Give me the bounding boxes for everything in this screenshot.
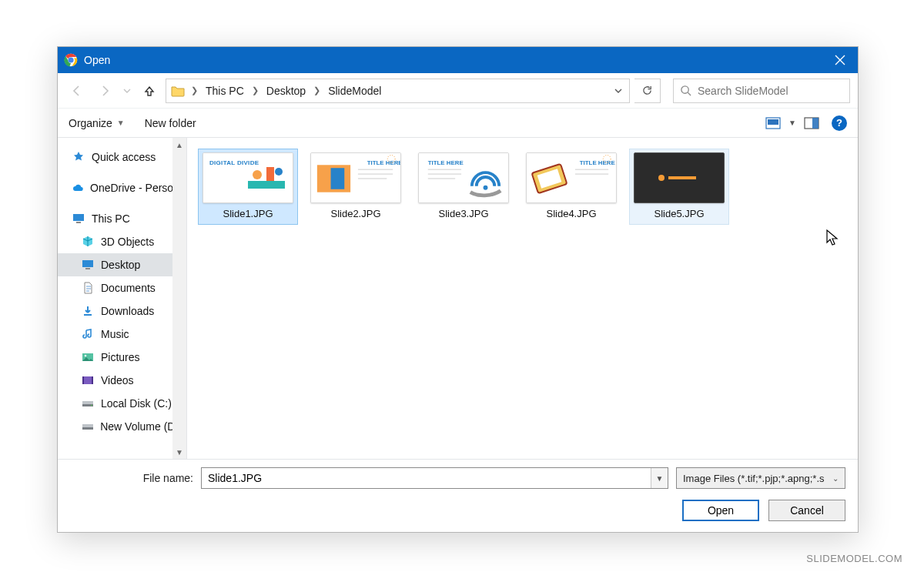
chevron-right-icon: ❯ [312,85,322,95]
sidebar-item-label: New Volume (D:) [100,420,182,433]
chevron-down-icon[interactable]: ▼ [788,119,796,127]
sidebar-item-videos[interactable]: Videos [58,369,186,392]
svg-point-13 [85,355,87,357]
preview-pane-button[interactable] [802,115,821,132]
file-type-filter[interactable]: Image Files (*.tif;*.pjp;*.apng;*.s ⌄ [676,467,845,489]
search-input[interactable] [696,84,843,98]
svg-text:TITLE HERE: TITLE HERE [428,159,464,166]
recent-dropdown[interactable] [121,79,133,102]
file-tile[interactable]: DIGITAL DIVIDE Slide1.JPG [198,149,298,225]
view-mode-button[interactable] [764,115,782,132]
svg-rect-15 [82,376,84,384]
thumbnail: TITLE HERE [526,152,617,203]
filename-combo[interactable]: ▼ [201,467,668,489]
svg-rect-48 [668,176,696,179]
video-icon [81,373,95,387]
svg-rect-24 [266,167,274,181]
scroll-down-icon[interactable]: ▼ [172,445,186,459]
nav-tree: Quick access OneDrive - Personal This PC… [58,138,187,459]
file-tile[interactable]: TITLE HERE Slide4.JPG [521,149,621,225]
file-tile[interactable]: Slide5.JPG [629,149,729,225]
file-name: Slide5.JPG [654,208,704,219]
window-title: Open [84,54,110,66]
close-icon [835,55,845,65]
cancel-button[interactable]: Cancel [768,500,845,521]
sidebar-item-label: This PC [92,212,130,225]
filename-input[interactable] [202,468,651,488]
help-icon: ? [836,117,842,129]
sidebar-item-desktop[interactable]: Desktop [58,253,186,276]
svg-rect-10 [82,260,93,267]
sidebar-item-label: Music [101,328,129,340]
breadcrumb-desktop[interactable]: Desktop [262,83,310,99]
breadcrumb-slidemodel[interactable]: SlideModel [323,83,386,99]
svg-rect-11 [85,268,90,269]
dialog-footer: File name: ▼ Image Files (*.tif;*.pjp;*.… [58,459,858,532]
breadcrumb-dropdown[interactable] [611,79,626,102]
music-icon [81,327,95,341]
sidebar-item-downloads[interactable]: Downloads [58,299,186,323]
forward-button[interactable] [93,79,116,102]
star-icon [72,150,85,164]
search-box[interactable] [673,79,850,103]
cube-icon [81,235,95,249]
sidebar-item-label: Videos [101,374,134,386]
thumbnail: TITLE HERE [310,152,401,203]
file-name: Slide2.JPG [330,208,380,219]
file-name: Slide3.JPG [438,208,488,219]
refresh-button[interactable] [634,79,661,103]
svg-point-3 [681,86,688,93]
titlebar: Open [58,47,858,73]
svg-text:TITLE HERE: TITLE HERE [367,159,400,166]
file-list[interactable]: DIGITAL DIVIDE Slide1.JPG [187,138,858,459]
chevron-right-icon: ❯ [189,85,199,95]
svg-rect-16 [92,376,93,384]
sidebar-item-new-volume[interactable]: New Volume (D:) [58,415,186,438]
sidebar-item-quick-access[interactable]: Quick access [58,146,186,169]
sidebar-item-onedrive[interactable]: OneDrive - Personal [58,176,186,199]
filename-dropdown[interactable]: ▼ [651,468,668,488]
view-controls: ▼ ? [764,115,847,132]
sidebar-item-label: Local Disk (C:) [101,397,172,410]
up-button[interactable] [138,79,161,102]
chevron-down-icon: ▼ [656,474,664,483]
svg-rect-9 [76,222,81,223]
open-button[interactable]: Open [682,500,759,521]
sidebar-item-label: Quick access [92,151,156,163]
sidebar-item-3d-objects[interactable]: 3D Objects [58,230,186,253]
new-folder-button[interactable]: New folder [145,117,196,129]
watermark: SLIDEMODEL.COM [806,553,902,564]
sidebar-item-this-pc[interactable]: This PC [58,207,186,230]
close-button[interactable] [822,47,858,73]
chrome-icon [64,53,78,67]
sidebar-item-local-disk[interactable]: Local Disk (C:) [58,392,186,415]
breadcrumb-this-pc[interactable]: This PC [201,83,249,99]
thumbnail: TITLE HERE [418,152,509,203]
file-tile[interactable]: TITLE HERE Slide2.JPG [306,149,406,225]
new-folder-label: New folder [145,117,196,129]
thumbnail: DIGITAL DIVIDE [203,152,293,203]
sidebar-item-label: Pictures [101,351,140,363]
svg-text:TITLE HERE: TITLE HERE [580,159,615,166]
svg-rect-21 [82,427,93,430]
help-button[interactable]: ? [832,115,847,131]
sidebar-item-label: 3D Objects [101,236,154,248]
picture-icon [81,350,95,364]
filename-label: File name: [70,472,193,484]
sidebar-item-documents[interactable]: Documents [58,276,186,299]
organize-button[interactable]: Organize ▼ [69,117,125,129]
file-tile[interactable]: TITLE HERE Slide3.JPG [413,149,514,225]
sidebar-scrollbar[interactable]: ▲ ▼ [172,138,186,459]
file-name: Slide1.JPG [223,208,273,219]
monitor-icon [72,212,85,226]
download-icon [81,304,95,318]
navigation-row: ❯ This PC ❯ Desktop ❯ SlideModel [58,73,858,109]
back-button[interactable] [65,79,89,102]
breadcrumb[interactable]: ❯ This PC ❯ Desktop ❯ SlideModel [166,79,630,103]
scroll-up-icon[interactable]: ▲ [172,138,186,152]
svg-point-25 [275,168,283,176]
file-name: Slide4.JPG [546,208,596,219]
toolbar: Organize ▼ New folder ▼ ? [58,109,858,138]
sidebar-item-music[interactable]: Music [58,323,186,346]
sidebar-item-pictures[interactable]: Pictures [58,346,186,369]
